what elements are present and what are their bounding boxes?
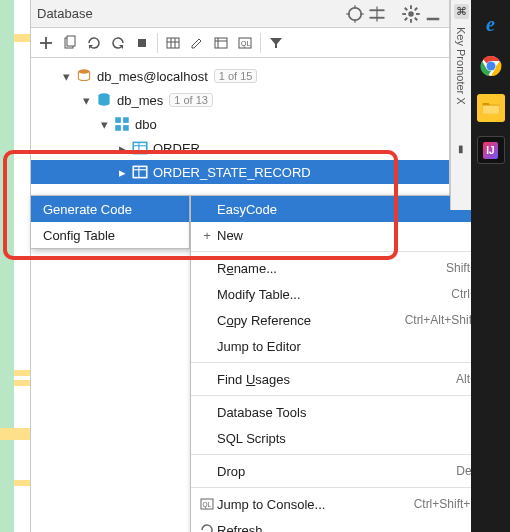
edge-app-icon[interactable]: e xyxy=(477,10,505,38)
refresh-icon[interactable] xyxy=(83,32,105,54)
menu-label: New xyxy=(217,228,477,243)
database-icon xyxy=(95,91,113,109)
menu-new[interactable]: + New ▶ xyxy=(191,222,501,248)
svg-rect-37 xyxy=(123,125,129,131)
table-icon xyxy=(131,163,149,181)
blank-icon xyxy=(197,285,217,303)
menu-drop[interactable]: Drop Delete xyxy=(191,458,501,484)
menu-rename[interactable]: Rename... Shift+F6 xyxy=(191,255,501,281)
menu-generate-code[interactable]: Generate Code xyxy=(31,196,189,222)
menu-label: Refresh xyxy=(217,523,491,533)
tree-schema[interactable]: ▾ dbo xyxy=(31,112,449,136)
chevron-down-icon[interactable]: ▾ xyxy=(97,117,111,131)
menu-database-tools[interactable]: Database Tools ▶ xyxy=(191,399,501,425)
blank-icon xyxy=(197,370,217,388)
console-icon: QL xyxy=(197,495,217,513)
database-tree[interactable]: ▾ db_mes@localhost 1 of 15 ▾ db_mes 1 of… xyxy=(31,58,449,184)
menu-jump-to-console[interactable]: QL Jump to Console... Ctrl+Shift+F10 xyxy=(191,491,501,517)
chevron-down-icon[interactable]: ▾ xyxy=(79,93,93,107)
menu-separator xyxy=(191,395,501,396)
menu-find-usages[interactable]: Find Usages Alt+F7 xyxy=(191,366,501,392)
datasource-icon xyxy=(75,67,93,85)
edit-icon[interactable] xyxy=(186,32,208,54)
tree-table-selected[interactable]: ▸ ORDER_STATE_RECORD xyxy=(31,160,449,184)
menu-label: Jump to Editor xyxy=(217,339,477,354)
svg-rect-35 xyxy=(123,117,129,123)
side-stripe[interactable]: ⌘ Key Promoter X ▮ xyxy=(450,0,471,210)
table-icon[interactable] xyxy=(162,32,184,54)
menu-config-table[interactable]: Config Table xyxy=(31,222,189,248)
intellij-app-icon[interactable]: IJ xyxy=(477,136,505,164)
key-promoter-icon: ⌘ xyxy=(454,4,469,19)
filter-icon[interactable] xyxy=(265,32,287,54)
explorer-app-icon[interactable] xyxy=(477,94,505,122)
refresh-icon xyxy=(197,521,217,532)
chevron-down-icon[interactable]: ▾ xyxy=(59,69,73,83)
menu-modify-table[interactable]: Modify Table... Ctrl+F6 xyxy=(191,281,501,307)
tree-label: db_mes xyxy=(117,93,163,108)
add-icon[interactable] xyxy=(35,32,57,54)
chevron-right-icon[interactable]: ▸ xyxy=(115,141,129,155)
menu-label: Database Tools xyxy=(217,405,477,420)
menu-sql-scripts[interactable]: SQL Scripts ▶ xyxy=(191,425,501,451)
tree-label: ORDER xyxy=(153,141,200,156)
tool-window-titlebar: Database xyxy=(31,0,449,28)
chrome-app-icon[interactable] xyxy=(477,52,505,80)
tree-database[interactable]: ▾ db_mes 1 of 13 xyxy=(31,88,449,112)
target-icon[interactable] xyxy=(345,4,365,24)
ddl-icon[interactable] xyxy=(210,32,232,54)
blank-icon xyxy=(197,429,217,447)
svg-rect-41 xyxy=(133,166,147,177)
gutter-mark xyxy=(14,34,30,42)
gutter-mark xyxy=(0,428,30,440)
menu-separator xyxy=(191,362,501,363)
svg-point-0 xyxy=(349,7,362,20)
menu-copy-reference[interactable]: Copy Reference Ctrl+Alt+Shift+C xyxy=(191,307,501,333)
svg-rect-17 xyxy=(427,17,440,20)
menu-label: Rename... xyxy=(217,261,446,276)
split-icon[interactable] xyxy=(367,4,387,24)
tree-table[interactable]: ▸ ORDER xyxy=(31,136,449,160)
blank-icon xyxy=(197,462,217,480)
chevron-right-icon[interactable]: ▸ xyxy=(115,165,129,179)
table-icon xyxy=(131,139,149,157)
menu-jump-to-editor[interactable]: Jump to Editor F4 xyxy=(191,333,501,359)
side-stripe-label: Key Promoter X xyxy=(455,27,467,105)
toolbar-sep xyxy=(157,33,158,53)
db-stripe-icon[interactable]: ▮ xyxy=(458,143,464,154)
menu-label: Config Table xyxy=(43,228,115,243)
svg-rect-34 xyxy=(115,117,121,123)
svg-point-47 xyxy=(486,62,495,71)
blank-icon xyxy=(197,200,217,218)
menu-label: EasyCode xyxy=(217,202,477,217)
svg-line-16 xyxy=(415,7,418,10)
menu-label: Copy Reference xyxy=(217,313,405,328)
svg-rect-21 xyxy=(67,36,75,46)
svg-point-8 xyxy=(408,11,414,17)
blank-icon xyxy=(197,311,217,329)
menu-label: Drop xyxy=(217,464,456,479)
gear-icon[interactable] xyxy=(401,4,421,24)
menu-label: Find Usages xyxy=(217,372,456,387)
svg-rect-38 xyxy=(133,142,147,153)
blank-icon xyxy=(197,337,217,355)
svg-point-32 xyxy=(78,69,89,74)
copy-icon[interactable] xyxy=(59,32,81,54)
console-icon[interactable]: QL xyxy=(234,32,256,54)
menu-label: Modify Table... xyxy=(217,287,451,302)
rollback-icon[interactable] xyxy=(107,32,129,54)
database-toolbar: QL xyxy=(31,28,449,58)
menu-separator xyxy=(191,487,501,488)
editor-gutter xyxy=(0,0,30,532)
tree-datasource[interactable]: ▾ db_mes@localhost 1 of 15 xyxy=(31,64,449,88)
easycode-submenu: Generate Code Config Table xyxy=(30,195,190,249)
titlebar-sep xyxy=(389,4,399,24)
menu-refresh[interactable]: Refresh xyxy=(191,517,501,532)
minimize-icon[interactable] xyxy=(423,4,443,24)
menu-label: SQL Scripts xyxy=(217,431,477,446)
tree-label: db_mes@localhost xyxy=(97,69,208,84)
menu-label: Generate Code xyxy=(43,202,132,217)
svg-text:QL: QL xyxy=(203,501,212,509)
svg-rect-23 xyxy=(167,38,179,48)
stop-icon[interactable] xyxy=(131,32,153,54)
